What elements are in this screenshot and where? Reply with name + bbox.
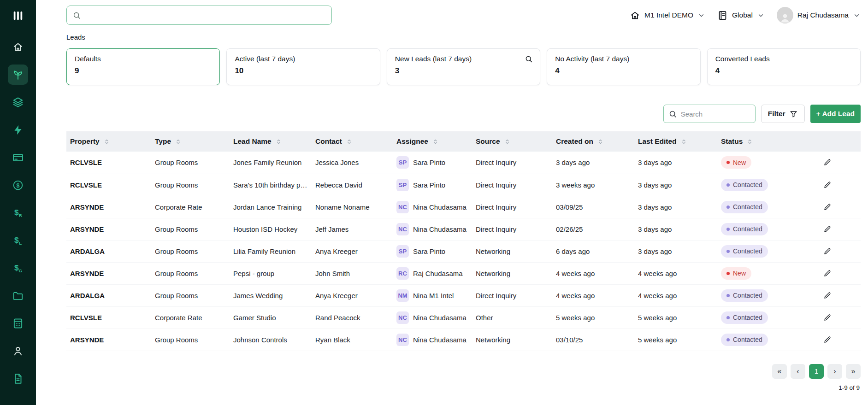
status-dot-icon [726,316,730,319]
stat-card[interactable]: No Activity (last 7 days) 4 [547,48,700,85]
edit-lead-button[interactable] [821,179,833,191]
column-header-label: Assignee [396,137,428,146]
column-header[interactable]: Last Edited [634,131,717,152]
pencil-icon [823,313,832,322]
edit-lead-button[interactable] [821,156,833,169]
sort-icon[interactable] [432,139,438,145]
column-header-label: Type [155,137,171,146]
assignee-cell: SP Sara Pinto [396,156,468,169]
filter-button[interactable]: Filter [761,105,805,123]
edit-lead-button[interactable] [821,201,833,213]
sidebar-item-home[interactable] [8,37,28,57]
column-header[interactable]: Assignee [393,131,472,152]
source-cell: Direct Inquiry [476,203,516,211]
page-title: Leads [66,33,861,41]
edit-lead-button[interactable] [821,334,833,346]
stat-card[interactable]: Converted Leads 4 [707,48,861,85]
sort-icon[interactable] [597,139,603,145]
property-selector[interactable]: M1 Intel DEMO [630,10,705,21]
lead-name-cell: Houston ISD Hockey [233,225,297,233]
table-row[interactable]: ARSYNDE Group Rooms Pepsi - group John S… [66,262,861,284]
property-cell: ARSYNDE [70,203,104,211]
lead-name-cell: Jones Family Reunion [233,158,301,166]
edit-lead-button[interactable] [821,267,833,280]
stat-card[interactable]: New Leads (last 7 days) 3 [387,48,540,85]
last-edited-cell: 4 weeks ago [638,292,677,299]
stat-card-label: Defaults [75,55,212,63]
table-search-input[interactable] [681,110,750,118]
sidebar-item-card[interactable] [8,147,28,168]
sidebar-item-users[interactable] [8,341,28,361]
add-lead-button[interactable]: + Add Lead [810,105,861,123]
sort-icon[interactable] [681,139,687,145]
sidebar-item-documents[interactable] [8,369,28,389]
funnel-icon [789,110,798,118]
leads-table-wrap: Property Type Lead Name Contact [66,131,861,351]
main-content: M1 Intel DEMO Global [36,0,868,405]
column-header[interactable]: Status [717,131,794,152]
sidebar-item-dollar-l[interactable]: $ L [8,230,28,251]
dollar-l-icon: $ L [12,235,24,247]
pagination-prev-button[interactable]: ‹ [791,364,805,379]
sort-icon[interactable] [747,139,753,145]
pagination-next-button[interactable]: › [827,364,842,379]
table-row[interactable]: RCLVSLE Corporate Rate Gamer Studio Rand… [66,306,861,329]
column-header[interactable]: Created on [552,131,634,152]
column-header-actions [794,131,861,152]
column-header[interactable]: Property [66,131,151,152]
lead-name-cell: James Wedding [233,292,283,299]
table-row[interactable]: ARSYNDE Corporate Rate Jordan Lance Trai… [66,196,861,218]
house-icon [630,10,640,21]
leads-sprout-icon [12,69,24,81]
sort-icon[interactable] [504,139,510,145]
sort-icon[interactable] [346,139,352,145]
edit-lead-button[interactable] [821,245,833,258]
stat-card-label: Active (last 7 days) [235,55,372,63]
sort-icon[interactable] [276,139,282,145]
sidebar-item-calculator[interactable] [8,313,28,334]
pagination-first-button[interactable]: « [772,364,787,379]
user-menu[interactable]: Raj Chudasama [777,7,861,23]
assignee-cell: NC Nina Chudasama [396,311,468,324]
scope-selector[interactable]: Global [717,10,765,21]
global-search-input[interactable] [85,12,326,19]
assignee-cell: SP Sara Pinto [396,179,468,191]
lead-name-cell: Lilia Family Reunion [233,247,295,255]
status-dot-icon [726,272,730,275]
sidebar-item-leads[interactable] [8,65,28,85]
assignee-cell: NC Nina Chudasama [396,223,468,235]
edit-lead-button[interactable] [821,289,833,302]
source-cell: Networking [476,247,510,255]
sort-icon[interactable] [104,139,110,145]
table-row[interactable]: ARDALGA Group Rooms Lilia Family Reunion… [66,240,861,262]
edit-lead-button[interactable] [821,311,833,324]
sidebar-item-money[interactable]: $ [8,175,28,195]
sidebar-item-dollar-g[interactable]: $ G [8,258,28,278]
edit-lead-button[interactable] [821,223,833,235]
column-header[interactable]: Type [151,131,230,152]
table-row[interactable]: ARDALGA Group Rooms James Wedding Anya K… [66,284,861,306]
assignee-avatar: SP [396,245,409,258]
pencil-icon [823,158,832,167]
pagination-page-button[interactable]: 1 [809,364,824,379]
column-header[interactable]: Lead Name [230,131,312,152]
table-row[interactable]: ARSYNDE Group Rooms Houston ISD Hockey J… [66,218,861,240]
column-header[interactable]: Source [472,131,552,152]
table-row[interactable]: RCLVSLE Group Rooms Sara's 10th birthday… [66,174,861,196]
sidebar-item-layers[interactable] [8,92,28,112]
table-row[interactable]: ARSYNDE Group Rooms Johnson Controls Rya… [66,329,861,351]
sidebar-item-dollar-r[interactable]: $ R [8,203,28,223]
stat-card[interactable]: Defaults 9 [66,48,220,85]
sort-icon[interactable] [175,139,181,145]
sidebar-item-folder[interactable] [8,286,28,306]
assignee-name: Nina Chudasama [413,314,466,322]
app-logo[interactable] [9,6,27,25]
status-badge: Contacted [721,179,768,191]
pagination-last-button[interactable]: » [846,364,861,379]
contact-cell: Jessica Jones [315,158,359,166]
column-header[interactable]: Contact [312,131,393,152]
stat-cards: Defaults 9 Active (last 7 days) 10 New L… [66,48,861,85]
stat-card[interactable]: Active (last 7 days) 10 [226,48,380,85]
table-row[interactable]: RCLVSLE Group Rooms Jones Family Reunion… [66,152,861,174]
sidebar-item-automation[interactable] [8,120,28,140]
